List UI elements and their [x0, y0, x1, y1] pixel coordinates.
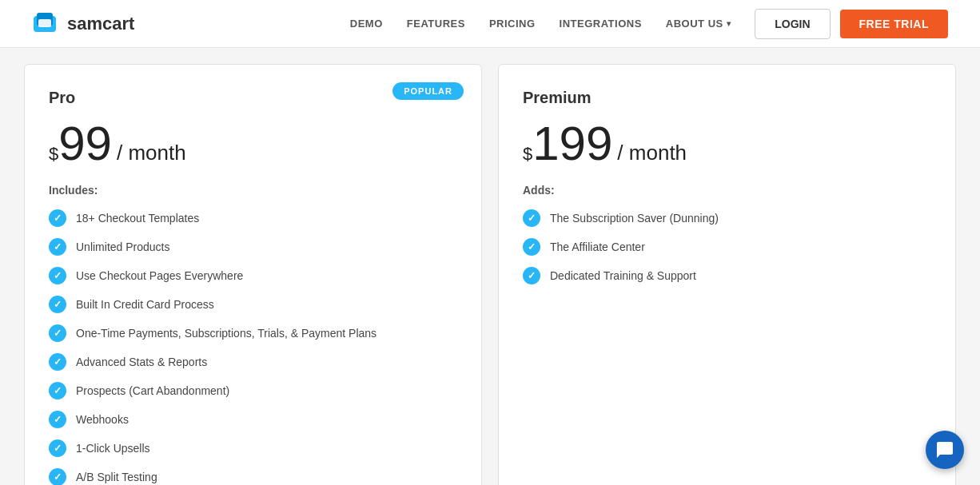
premium-price-period: / month — [617, 141, 687, 165]
feature-text: Webhooks — [76, 413, 129, 426]
popular-badge: POPULAR — [392, 82, 464, 100]
feature-text: A/B Split Testing — [76, 471, 157, 483]
pro-price-amount: 99 — [58, 120, 112, 168]
list-item: 18+ Checkout Templates — [49, 209, 457, 227]
nav: DEMO FEATURES PRICING INTEGRATIONS ABOUT… — [350, 18, 731, 30]
list-item: Webhooks — [49, 411, 457, 428]
pro-plan-card: POPULAR Pro $ 99 / month Includes: 18+ C… — [24, 64, 482, 485]
nav-demo[interactable]: DEMO — [350, 18, 383, 30]
feature-text: The Subscription Saver (Dunning) — [550, 212, 719, 225]
check-icon — [49, 209, 66, 227]
logo-text: samcart — [67, 14, 134, 34]
check-icon — [49, 411, 66, 428]
list-item: Use Checkout Pages Everywhere — [49, 267, 457, 284]
pro-price-period: / month — [117, 141, 186, 165]
pro-price-dollar: $ — [49, 145, 58, 163]
check-icon — [523, 209, 540, 227]
feature-text: 18+ Checkout Templates — [76, 212, 199, 225]
check-icon — [49, 439, 66, 457]
feature-text: Unlimited Products — [76, 241, 170, 253]
check-icon — [49, 382, 66, 400]
premium-price-amount: 199 — [532, 120, 612, 168]
feature-text: The Affiliate Center — [550, 241, 645, 253]
check-icon — [49, 353, 66, 371]
pro-includes-label: Includes: — [49, 184, 457, 197]
chat-bubble[interactable] — [926, 431, 964, 469]
check-icon — [49, 267, 66, 284]
nav-features[interactable]: FEATURES — [407, 18, 465, 30]
premium-price-row: $ 199 / month — [523, 120, 931, 168]
list-item: A/B Split Testing — [49, 468, 457, 485]
pro-price-row: $ 99 / month — [49, 120, 457, 168]
list-item: 1-Click Upsells — [49, 439, 457, 457]
header-buttons: LOGIN FREE TRIAL — [755, 9, 948, 39]
free-trial-button[interactable]: FREE TRIAL — [840, 10, 948, 38]
nav-integrations[interactable]: INTEGRATIONS — [560, 18, 642, 30]
list-item: One-Time Payments, Subscriptions, Trials… — [49, 324, 457, 342]
list-item: Dedicated Training & Support — [523, 267, 931, 284]
feature-text: Dedicated Training & Support — [550, 269, 696, 282]
check-icon — [523, 267, 540, 284]
feature-text: Use Checkout Pages Everywhere — [76, 269, 243, 282]
feature-text: Built In Credit Card Process — [76, 298, 214, 311]
check-icon — [49, 238, 66, 256]
premium-feature-list: The Subscription Saver (Dunning) The Aff… — [523, 209, 931, 284]
list-item: Unlimited Products — [49, 238, 457, 256]
chevron-down-icon: ▾ — [727, 19, 731, 28]
list-item: The Subscription Saver (Dunning) — [523, 209, 931, 227]
feature-text: 1-Click Upsells — [76, 442, 150, 455]
premium-adds-label: Adds: — [523, 184, 931, 197]
login-button[interactable]: LOGIN — [755, 9, 830, 39]
list-item: Advanced Stats & Reports — [49, 353, 457, 371]
chat-icon — [935, 440, 954, 459]
check-icon — [49, 296, 66, 313]
premium-price-dollar: $ — [523, 145, 532, 163]
svg-rect-2 — [38, 19, 51, 27]
list-item: Prospects (Cart Abandonment) — [49, 382, 457, 400]
check-icon — [49, 324, 66, 342]
logo-icon — [32, 10, 61, 38]
premium-plan-name: Premium — [523, 89, 931, 107]
nav-pricing[interactable]: PRICING — [489, 18, 536, 30]
pricing-section: POPULAR Pro $ 99 / month Includes: 18+ C… — [0, 48, 980, 485]
check-icon — [523, 238, 540, 256]
list-item: Built In Credit Card Process — [49, 296, 457, 313]
nav-about[interactable]: ABOUT US ▾ — [666, 18, 731, 30]
logo[interactable]: samcart — [32, 10, 134, 38]
feature-text: Prospects (Cart Abandonment) — [76, 384, 229, 397]
premium-plan-card: Premium $ 199 / month Adds: The Subscrip… — [498, 64, 956, 485]
header: samcart DEMO FEATURES PRICING INTEGRATIO… — [0, 0, 980, 48]
feature-text: Advanced Stats & Reports — [76, 356, 207, 368]
pro-feature-list: 18+ Checkout Templates Unlimited Product… — [49, 209, 457, 485]
check-icon — [49, 468, 66, 485]
feature-text: One-Time Payments, Subscriptions, Trials… — [76, 327, 376, 340]
list-item: The Affiliate Center — [523, 238, 931, 256]
